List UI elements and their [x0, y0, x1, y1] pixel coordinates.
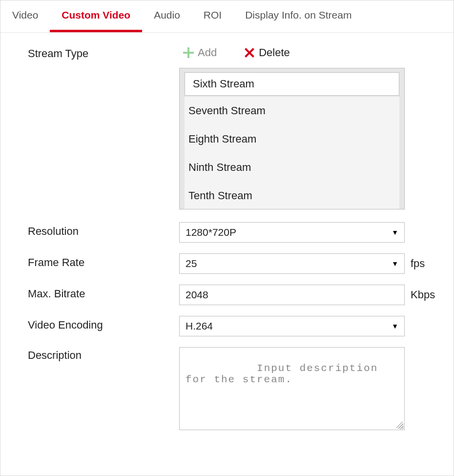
- resolution-value: 1280*720P: [186, 227, 236, 238]
- label-video-encoding: Video Encoding: [28, 316, 179, 331]
- chevron-down-icon: ▼: [392, 322, 398, 330]
- plus-icon: [183, 47, 194, 58]
- stream-item[interactable]: Tenth Stream: [185, 182, 399, 209]
- stream-list[interactable]: Sixth Stream Seventh Stream Eighth Strea…: [179, 68, 405, 209]
- stream-selected[interactable]: Sixth Stream: [185, 72, 399, 96]
- description-placeholder: Input description for the stream.: [186, 363, 385, 385]
- video-encoding-select[interactable]: H.264 ▼: [179, 316, 405, 336]
- settings-panel: Video Custom Video Audio ROI Display Inf…: [0, 0, 454, 476]
- resize-grip-icon: [396, 422, 403, 429]
- stream-type-actions: Add Delete: [179, 44, 429, 61]
- max-bitrate-value: 2048: [186, 289, 208, 301]
- row-resolution: Resolution 1280*720P ▼: [28, 222, 429, 243]
- resolution-select[interactable]: 1280*720P ▼: [179, 222, 405, 243]
- tab-roi[interactable]: ROI: [192, 0, 233, 32]
- stream-item[interactable]: Ninth Stream: [185, 153, 399, 182]
- chevron-down-icon: ▼: [392, 260, 398, 268]
- row-frame-rate: Frame Rate 25 ▼ fps: [28, 253, 429, 274]
- video-encoding-value: H.264: [186, 320, 213, 332]
- tab-audio[interactable]: Audio: [142, 0, 192, 32]
- row-video-encoding: Video Encoding H.264 ▼: [28, 316, 429, 336]
- row-max-bitrate: Max. Bitrate 2048 Kbps: [28, 285, 429, 305]
- frame-rate-select[interactable]: 25 ▼: [179, 253, 405, 274]
- add-button-label: Add: [198, 46, 217, 59]
- label-resolution: Resolution: [28, 222, 179, 238]
- label-description: Description: [28, 347, 179, 362]
- tab-custom-video[interactable]: Custom Video: [50, 0, 142, 32]
- label-frame-rate: Frame Rate: [28, 253, 179, 269]
- chevron-down-icon: ▼: [392, 228, 398, 236]
- max-bitrate-unit: Kbps: [411, 289, 435, 301]
- delete-button-label: Delete: [259, 46, 290, 59]
- label-stream-type: Stream Type: [28, 44, 179, 60]
- row-stream-type: Stream Type Add Delete: [28, 44, 429, 61]
- row-description: Description Input description for the st…: [28, 347, 429, 430]
- add-button[interactable]: Add: [179, 44, 221, 61]
- stream-item[interactable]: Eighth Stream: [185, 125, 399, 153]
- delete-button[interactable]: Delete: [240, 44, 294, 61]
- description-textarea[interactable]: Input description for the stream.: [179, 347, 405, 430]
- frame-rate-value: 25: [186, 258, 197, 269]
- form-body: Stream Type Add Delete Sixth Stream Seve…: [0, 33, 454, 441]
- frame-rate-unit: fps: [411, 257, 425, 270]
- tabs-bar: Video Custom Video Audio ROI Display Inf…: [0, 0, 454, 33]
- tab-video[interactable]: Video: [0, 0, 50, 32]
- tab-display-info[interactable]: Display Info. on Stream: [233, 0, 363, 32]
- stream-item[interactable]: Seventh Stream: [185, 97, 399, 125]
- label-max-bitrate: Max. Bitrate: [28, 285, 179, 300]
- cross-icon: [244, 47, 255, 58]
- max-bitrate-input[interactable]: 2048: [179, 285, 405, 305]
